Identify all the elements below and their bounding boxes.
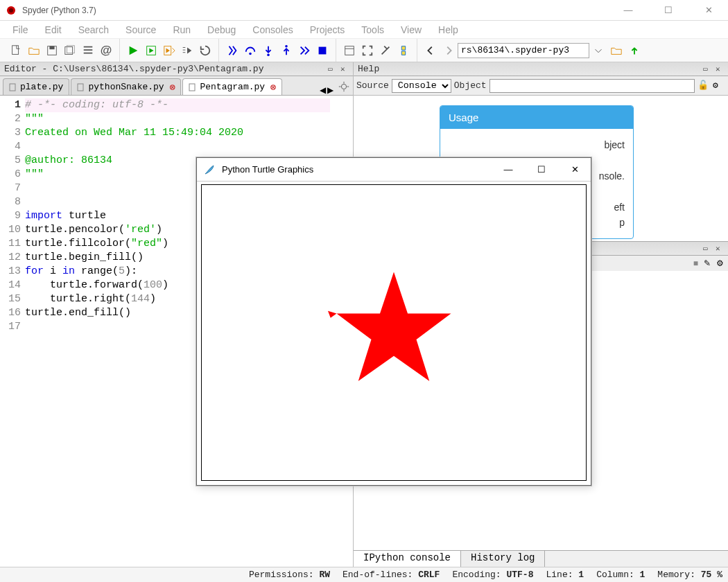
line-number: 1 bbox=[0, 98, 25, 112]
run-icon[interactable] bbox=[124, 42, 142, 60]
tab-ipython-console[interactable]: IPython console bbox=[354, 551, 461, 567]
run-cell-icon[interactable] bbox=[142, 42, 160, 60]
file-icon bbox=[77, 83, 85, 91]
saveall-icon[interactable] bbox=[61, 42, 79, 60]
tab-pythonSnake-py[interactable]: pythonSnake.py⊗ bbox=[71, 78, 181, 95]
menu-tools[interactable]: Tools bbox=[353, 21, 392, 38]
svg-rect-12 bbox=[319, 46, 327, 54]
console-close-icon[interactable]: ✕ bbox=[716, 244, 725, 254]
svg-rect-2 bbox=[12, 45, 19, 54]
at-icon[interactable]: @ bbox=[97, 42, 115, 60]
svg-point-11 bbox=[285, 44, 288, 47]
tab-close-icon[interactable]: ⊗ bbox=[270, 82, 276, 93]
turtle-minimize-button[interactable]: — bbox=[499, 164, 517, 175]
stop-debug-icon[interactable] bbox=[313, 42, 331, 60]
code-text: """ bbox=[25, 112, 44, 126]
line-number: 17 bbox=[0, 320, 25, 334]
run-cell-advance-icon[interactable] bbox=[160, 42, 178, 60]
console-options-icon[interactable]: ⚙ bbox=[716, 258, 724, 268]
editor-undock-icon[interactable]: ▭ bbox=[328, 64, 338, 74]
step-over-icon[interactable] bbox=[241, 42, 259, 60]
code-text: turtle.pencolor('red') bbox=[25, 223, 162, 237]
maximize-button[interactable]: ☐ bbox=[655, 5, 682, 15]
forward-arrow-icon[interactable] bbox=[440, 42, 458, 60]
debug-icon[interactable] bbox=[223, 42, 241, 60]
console-clear-icon[interactable]: ✎ bbox=[704, 258, 711, 268]
code-text: # -*- coding: utf-8 -*- bbox=[25, 98, 330, 112]
parent-dir-icon[interactable] bbox=[625, 42, 643, 60]
source-select[interactable]: Console bbox=[392, 79, 451, 93]
menu-run[interactable]: Run bbox=[164, 21, 199, 38]
working-dir-input[interactable] bbox=[458, 43, 589, 58]
tab-history-log[interactable]: History log bbox=[461, 551, 545, 567]
menu-file[interactable]: File bbox=[4, 21, 37, 38]
help-options-icon[interactable]: ⚙ bbox=[713, 80, 725, 92]
status-encoding: Encoding: UTF-8 bbox=[452, 570, 533, 580]
help-close-icon[interactable]: ✕ bbox=[716, 64, 725, 74]
step-out-icon[interactable] bbox=[277, 42, 295, 60]
tab-scroll-left-icon[interactable]: ◀ bbox=[320, 85, 326, 95]
tab-options-icon[interactable] bbox=[338, 80, 350, 95]
turtle-close-button[interactable]: ✕ bbox=[566, 164, 584, 175]
menu-debug[interactable]: Debug bbox=[199, 21, 244, 38]
code-text: Created on Wed Mar 11 15:49:04 2020 bbox=[25, 126, 243, 140]
main-toolbar: @ bbox=[0, 39, 728, 62]
code-text: @author: 86134 bbox=[25, 154, 112, 168]
object-label: Object bbox=[454, 80, 487, 91]
help-undock-icon[interactable]: ▭ bbox=[703, 64, 713, 74]
status-line: Line: 1 bbox=[546, 570, 584, 580]
menu-help[interactable]: Help bbox=[430, 21, 467, 38]
back-arrow-icon[interactable] bbox=[422, 42, 440, 60]
close-button[interactable]: ✕ bbox=[695, 5, 722, 15]
step-into-icon[interactable] bbox=[259, 42, 277, 60]
browse-dir-icon[interactable] bbox=[607, 42, 625, 60]
menu-edit[interactable]: Edit bbox=[37, 21, 70, 38]
tab-close-icon[interactable]: ⊗ bbox=[170, 82, 175, 93]
code-text: for i in range(5): bbox=[25, 265, 137, 279]
turtle-maximize-button[interactable]: ☐ bbox=[532, 164, 551, 175]
editor-close-icon[interactable]: ✕ bbox=[340, 64, 350, 74]
new-file-icon[interactable] bbox=[7, 42, 25, 60]
preferences-icon[interactable] bbox=[376, 42, 395, 60]
turtle-window[interactable]: Python Turtle Graphics — ☐ ✕ bbox=[196, 157, 591, 486]
open-folder-icon[interactable] bbox=[25, 42, 43, 60]
lock-icon[interactable]: 🔓 bbox=[697, 80, 710, 92]
fullscreen-icon[interactable] bbox=[358, 42, 376, 60]
menu-source[interactable]: Source bbox=[117, 21, 164, 38]
editor-path: Editor - C:\Users\86134\.spyder-py3\Pent… bbox=[4, 64, 263, 74]
code-text: turtle.begin_fill() bbox=[25, 251, 144, 265]
code-text: """ bbox=[25, 168, 44, 182]
code-text: turtle.forward(100) bbox=[25, 279, 168, 292]
rerun-icon[interactable] bbox=[196, 42, 214, 60]
tab-Pentagram-py[interactable]: Pentagram.py⊗ bbox=[182, 78, 281, 95]
pythonpath-icon[interactable] bbox=[395, 42, 413, 60]
console-undock-icon[interactable]: ▭ bbox=[703, 244, 713, 254]
tab-plate-py[interactable]: plate.py bbox=[3, 78, 69, 95]
menu-view[interactable]: View bbox=[392, 21, 430, 38]
code-text: turtle.right(144) bbox=[25, 292, 156, 306]
minimize-button[interactable]: — bbox=[614, 5, 642, 15]
outline-icon[interactable] bbox=[79, 42, 97, 60]
svg-rect-16 bbox=[189, 84, 195, 91]
turtle-titlebar[interactable]: Python Turtle Graphics — ☐ ✕ bbox=[197, 158, 591, 182]
menu-projects[interactable]: Projects bbox=[302, 21, 354, 38]
menu-consoles[interactable]: Consoles bbox=[244, 21, 301, 38]
help-pane-title: Help ▭✕ bbox=[354, 62, 728, 76]
tab-scroll-right-icon[interactable]: ▶ bbox=[327, 85, 333, 95]
svg-point-1 bbox=[9, 8, 13, 12]
save-icon[interactable] bbox=[43, 42, 61, 60]
continue-icon[interactable] bbox=[295, 42, 313, 60]
status-permissions: Permissions: RW bbox=[249, 570, 330, 580]
app-titlebar: Spyder (Python 3.7) — ☐ ✕ bbox=[0, 0, 728, 21]
max-pane-icon[interactable] bbox=[340, 42, 358, 60]
dir-dropdown-icon[interactable] bbox=[589, 42, 607, 60]
console-stop-icon[interactable]: ■ bbox=[693, 258, 698, 268]
object-input[interactable] bbox=[489, 79, 695, 93]
run-selection-icon[interactable] bbox=[178, 42, 196, 60]
status-eol: End-of-lines: CRLF bbox=[343, 570, 440, 580]
menu-search[interactable]: Search bbox=[70, 21, 117, 38]
svg-rect-14 bbox=[10, 84, 15, 91]
code-text: turtle.end_fill() bbox=[25, 306, 131, 320]
line-number: 3 bbox=[0, 126, 25, 140]
line-number: 5 bbox=[0, 154, 25, 168]
